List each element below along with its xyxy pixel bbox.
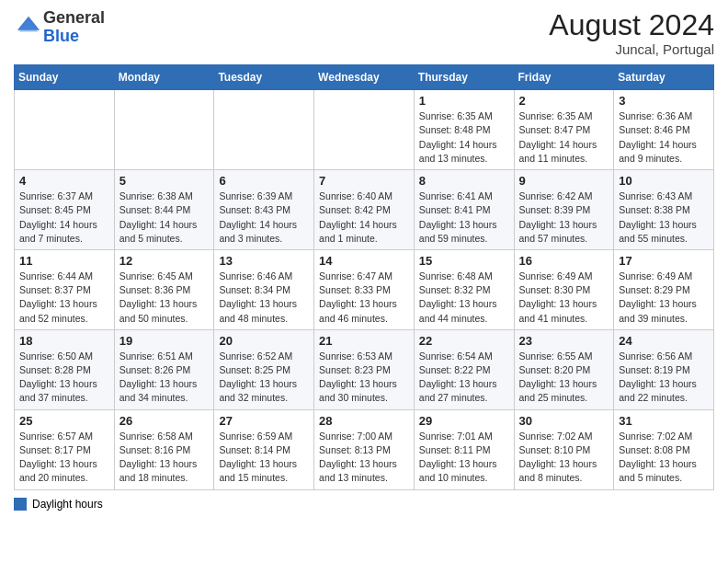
calendar-cell xyxy=(214,90,314,170)
calendar-cell: 5Sunrise: 6:38 AM Sunset: 8:44 PM Daylig… xyxy=(114,170,214,250)
day-info: Sunrise: 6:41 AM Sunset: 8:41 PM Dayligh… xyxy=(419,190,509,246)
calendar-cell: 17Sunrise: 6:49 AM Sunset: 8:29 PM Dayli… xyxy=(614,249,714,329)
day-number: 13 xyxy=(219,254,309,268)
day-number: 30 xyxy=(519,414,609,428)
calendar-cell: 2Sunrise: 6:35 AM Sunset: 8:47 PM Daylig… xyxy=(514,90,614,170)
day-info: Sunrise: 6:43 AM Sunset: 8:38 PM Dayligh… xyxy=(619,190,709,246)
calendar-week-row: 25Sunrise: 6:57 AM Sunset: 8:17 PM Dayli… xyxy=(15,409,714,489)
calendar-cell: 24Sunrise: 6:56 AM Sunset: 8:19 PM Dayli… xyxy=(614,329,714,409)
day-info: Sunrise: 6:49 AM Sunset: 8:30 PM Dayligh… xyxy=(519,270,609,326)
day-info: Sunrise: 6:35 AM Sunset: 8:47 PM Dayligh… xyxy=(519,109,609,166)
day-info: Sunrise: 6:40 AM Sunset: 8:42 PM Dayligh… xyxy=(319,190,409,246)
calendar-cell: 9Sunrise: 6:42 AM Sunset: 8:39 PM Daylig… xyxy=(514,170,614,250)
day-info: Sunrise: 6:58 AM Sunset: 8:16 PM Dayligh… xyxy=(119,430,210,486)
day-info: Sunrise: 7:02 AM Sunset: 8:08 PM Dayligh… xyxy=(619,430,709,486)
day-number: 16 xyxy=(519,254,609,268)
day-info: Sunrise: 6:54 AM Sunset: 8:22 PM Dayligh… xyxy=(419,350,509,406)
day-info: Sunrise: 6:51 AM Sunset: 8:26 PM Dayligh… xyxy=(119,350,210,406)
day-number: 7 xyxy=(319,174,409,188)
legend-color-box xyxy=(14,498,27,511)
column-header-thursday: Thursday xyxy=(414,65,514,90)
column-header-sunday: Sunday xyxy=(15,65,115,90)
column-header-saturday: Saturday xyxy=(614,65,714,90)
calendar-cell: 15Sunrise: 6:48 AM Sunset: 8:32 PM Dayli… xyxy=(414,249,514,329)
day-number: 6 xyxy=(219,174,309,188)
calendar-cell xyxy=(314,90,415,170)
day-number: 17 xyxy=(619,254,709,268)
logo-general-text: General xyxy=(43,8,105,27)
calendar-cell: 30Sunrise: 7:02 AM Sunset: 8:10 PM Dayli… xyxy=(514,409,614,489)
day-number: 10 xyxy=(619,174,709,188)
day-info: Sunrise: 6:45 AM Sunset: 8:36 PM Dayligh… xyxy=(119,270,210,326)
day-number: 27 xyxy=(219,414,309,428)
calendar-table: SundayMondayTuesdayWednesdayThursdayFrid… xyxy=(14,64,714,489)
calendar-cell: 22Sunrise: 6:54 AM Sunset: 8:22 PM Dayli… xyxy=(414,329,514,409)
month-year-title: August 2024 xyxy=(549,9,714,41)
day-info: Sunrise: 6:57 AM Sunset: 8:17 PM Dayligh… xyxy=(19,430,109,486)
logo-icon xyxy=(16,13,41,39)
calendar-cell: 23Sunrise: 6:55 AM Sunset: 8:20 PM Dayli… xyxy=(514,329,614,409)
calendar-cell: 13Sunrise: 6:46 AM Sunset: 8:34 PM Dayli… xyxy=(214,249,314,329)
column-header-friday: Friday xyxy=(514,65,614,90)
day-info: Sunrise: 6:50 AM Sunset: 8:28 PM Dayligh… xyxy=(19,350,109,406)
location-subtitle: Juncal, Portugal xyxy=(549,41,714,57)
day-info: Sunrise: 6:38 AM Sunset: 8:44 PM Dayligh… xyxy=(119,190,210,246)
calendar-cell: 16Sunrise: 6:49 AM Sunset: 8:30 PM Dayli… xyxy=(514,249,614,329)
legend: Daylight hours xyxy=(14,498,714,511)
day-number: 21 xyxy=(319,334,409,348)
day-info: Sunrise: 7:00 AM Sunset: 8:13 PM Dayligh… xyxy=(319,430,409,486)
calendar-week-row: 1Sunrise: 6:35 AM Sunset: 8:48 PM Daylig… xyxy=(15,90,714,170)
day-number: 28 xyxy=(319,414,409,428)
day-info: Sunrise: 6:48 AM Sunset: 8:32 PM Dayligh… xyxy=(419,270,509,326)
day-info: Sunrise: 6:47 AM Sunset: 8:33 PM Dayligh… xyxy=(319,270,409,326)
day-number: 5 xyxy=(119,174,210,188)
day-info: Sunrise: 6:36 AM Sunset: 8:46 PM Dayligh… xyxy=(619,109,709,166)
day-info: Sunrise: 7:02 AM Sunset: 8:10 PM Dayligh… xyxy=(519,430,609,486)
day-number: 2 xyxy=(519,94,609,108)
calendar-cell: 3Sunrise: 6:36 AM Sunset: 8:46 PM Daylig… xyxy=(614,90,714,170)
calendar-cell: 31Sunrise: 7:02 AM Sunset: 8:08 PM Dayli… xyxy=(614,409,714,489)
calendar-cell: 26Sunrise: 6:58 AM Sunset: 8:16 PM Dayli… xyxy=(114,409,214,489)
day-number: 22 xyxy=(419,334,509,348)
calendar-cell xyxy=(114,90,214,170)
day-number: 3 xyxy=(619,94,709,108)
column-header-tuesday: Tuesday xyxy=(214,65,314,90)
calendar-cell: 14Sunrise: 6:47 AM Sunset: 8:33 PM Dayli… xyxy=(314,249,415,329)
day-info: Sunrise: 6:56 AM Sunset: 8:19 PM Dayligh… xyxy=(619,350,709,406)
day-number: 31 xyxy=(619,414,709,428)
calendar-cell: 7Sunrise: 6:40 AM Sunset: 8:42 PM Daylig… xyxy=(314,170,415,250)
calendar-cell xyxy=(15,90,115,170)
day-info: Sunrise: 6:37 AM Sunset: 8:45 PM Dayligh… xyxy=(19,190,109,246)
day-info: Sunrise: 6:44 AM Sunset: 8:37 PM Dayligh… xyxy=(19,270,109,326)
calendar-cell: 21Sunrise: 6:53 AM Sunset: 8:23 PM Dayli… xyxy=(314,329,415,409)
legend-label: Daylight hours xyxy=(32,498,103,511)
calendar-cell: 4Sunrise: 6:37 AM Sunset: 8:45 PM Daylig… xyxy=(15,170,115,250)
page-header: General Blue August 2024 Juncal, Portuga… xyxy=(14,9,714,57)
day-number: 4 xyxy=(19,174,109,188)
calendar-cell: 20Sunrise: 6:52 AM Sunset: 8:25 PM Dayli… xyxy=(214,329,314,409)
day-number: 29 xyxy=(419,414,509,428)
day-number: 9 xyxy=(519,174,609,188)
calendar-week-row: 4Sunrise: 6:37 AM Sunset: 8:45 PM Daylig… xyxy=(15,170,714,250)
day-info: Sunrise: 6:49 AM Sunset: 8:29 PM Dayligh… xyxy=(619,270,709,326)
title-block: August 2024 Juncal, Portugal xyxy=(549,9,714,57)
calendar-cell: 11Sunrise: 6:44 AM Sunset: 8:37 PM Dayli… xyxy=(15,249,115,329)
day-number: 20 xyxy=(219,334,309,348)
calendar-cell: 27Sunrise: 6:59 AM Sunset: 8:14 PM Dayli… xyxy=(214,409,314,489)
day-info: Sunrise: 6:35 AM Sunset: 8:48 PM Dayligh… xyxy=(419,109,509,166)
day-number: 11 xyxy=(19,254,109,268)
calendar-cell: 28Sunrise: 7:00 AM Sunset: 8:13 PM Dayli… xyxy=(314,409,415,489)
calendar-cell: 6Sunrise: 6:39 AM Sunset: 8:43 PM Daylig… xyxy=(214,170,314,250)
day-info: Sunrise: 6:42 AM Sunset: 8:39 PM Dayligh… xyxy=(519,190,609,246)
day-number: 12 xyxy=(119,254,210,268)
column-header-wednesday: Wednesday xyxy=(314,65,415,90)
calendar-cell: 18Sunrise: 6:50 AM Sunset: 8:28 PM Dayli… xyxy=(15,329,115,409)
calendar-cell: 25Sunrise: 6:57 AM Sunset: 8:17 PM Dayli… xyxy=(15,409,115,489)
calendar-week-row: 18Sunrise: 6:50 AM Sunset: 8:28 PM Dayli… xyxy=(15,329,714,409)
day-number: 1 xyxy=(419,94,509,108)
day-number: 19 xyxy=(119,334,210,348)
day-info: Sunrise: 6:39 AM Sunset: 8:43 PM Dayligh… xyxy=(219,190,309,246)
day-number: 26 xyxy=(119,414,210,428)
logo: General Blue xyxy=(14,9,105,46)
day-info: Sunrise: 6:55 AM Sunset: 8:20 PM Dayligh… xyxy=(519,350,609,406)
